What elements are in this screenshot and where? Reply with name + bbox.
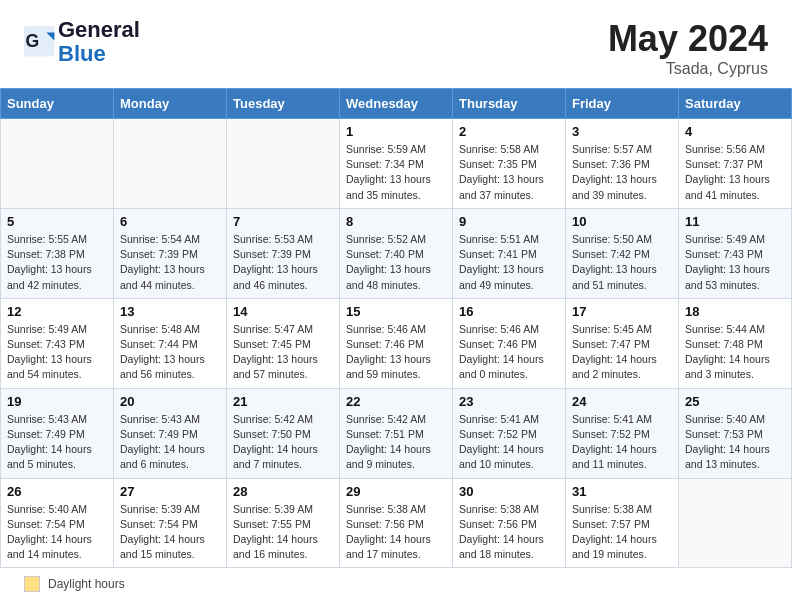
calendar-cell: 22Sunrise: 5:42 AMSunset: 7:51 PMDayligh… bbox=[340, 388, 453, 478]
logo: G GeneralBlue bbox=[24, 18, 140, 66]
calendar-cell bbox=[114, 119, 227, 209]
day-detail: Sunrise: 5:51 AMSunset: 7:41 PMDaylight:… bbox=[459, 232, 559, 293]
day-detail: Sunrise: 5:38 AMSunset: 7:57 PMDaylight:… bbox=[572, 502, 672, 563]
day-number: 12 bbox=[7, 304, 107, 319]
weekday-header: Saturday bbox=[679, 89, 792, 119]
day-number: 22 bbox=[346, 394, 446, 409]
calendar-table: SundayMondayTuesdayWednesdayThursdayFrid… bbox=[0, 88, 792, 568]
day-number: 8 bbox=[346, 214, 446, 229]
day-number: 23 bbox=[459, 394, 559, 409]
month-title: May 2024 bbox=[608, 18, 768, 60]
title-block: May 2024 Tsada, Cyprus bbox=[608, 18, 768, 78]
day-number: 27 bbox=[120, 484, 220, 499]
day-number: 15 bbox=[346, 304, 446, 319]
weekday-header: Wednesday bbox=[340, 89, 453, 119]
day-detail: Sunrise: 5:42 AMSunset: 7:50 PMDaylight:… bbox=[233, 412, 333, 473]
weekday-header: Tuesday bbox=[227, 89, 340, 119]
calendar-cell: 26Sunrise: 5:40 AMSunset: 7:54 PMDayligh… bbox=[1, 478, 114, 568]
calendar-cell: 13Sunrise: 5:48 AMSunset: 7:44 PMDayligh… bbox=[114, 298, 227, 388]
day-detail: Sunrise: 5:38 AMSunset: 7:56 PMDaylight:… bbox=[346, 502, 446, 563]
day-number: 30 bbox=[459, 484, 559, 499]
logo-text: GeneralBlue bbox=[58, 18, 140, 66]
day-number: 4 bbox=[685, 124, 785, 139]
calendar-cell: 5Sunrise: 5:55 AMSunset: 7:38 PMDaylight… bbox=[1, 208, 114, 298]
svg-text:G: G bbox=[26, 31, 40, 51]
day-number: 1 bbox=[346, 124, 446, 139]
weekday-header: Friday bbox=[566, 89, 679, 119]
calendar-cell: 3Sunrise: 5:57 AMSunset: 7:36 PMDaylight… bbox=[566, 119, 679, 209]
day-number: 21 bbox=[233, 394, 333, 409]
weekday-header: Sunday bbox=[1, 89, 114, 119]
calendar-cell: 12Sunrise: 5:49 AMSunset: 7:43 PMDayligh… bbox=[1, 298, 114, 388]
calendar-cell: 6Sunrise: 5:54 AMSunset: 7:39 PMDaylight… bbox=[114, 208, 227, 298]
day-detail: Sunrise: 5:56 AMSunset: 7:37 PMDaylight:… bbox=[685, 142, 785, 203]
page-header: G GeneralBlue May 2024 Tsada, Cyprus bbox=[0, 0, 792, 88]
calendar-cell: 31Sunrise: 5:38 AMSunset: 7:57 PMDayligh… bbox=[566, 478, 679, 568]
calendar-cell: 9Sunrise: 5:51 AMSunset: 7:41 PMDaylight… bbox=[453, 208, 566, 298]
day-number: 10 bbox=[572, 214, 672, 229]
calendar-cell: 18Sunrise: 5:44 AMSunset: 7:48 PMDayligh… bbox=[679, 298, 792, 388]
day-number: 28 bbox=[233, 484, 333, 499]
calendar-cell: 21Sunrise: 5:42 AMSunset: 7:50 PMDayligh… bbox=[227, 388, 340, 478]
day-number: 2 bbox=[459, 124, 559, 139]
calendar-cell: 25Sunrise: 5:40 AMSunset: 7:53 PMDayligh… bbox=[679, 388, 792, 478]
day-detail: Sunrise: 5:52 AMSunset: 7:40 PMDaylight:… bbox=[346, 232, 446, 293]
day-number: 3 bbox=[572, 124, 672, 139]
calendar-cell: 14Sunrise: 5:47 AMSunset: 7:45 PMDayligh… bbox=[227, 298, 340, 388]
day-detail: Sunrise: 5:49 AMSunset: 7:43 PMDaylight:… bbox=[7, 322, 107, 383]
calendar-cell: 29Sunrise: 5:38 AMSunset: 7:56 PMDayligh… bbox=[340, 478, 453, 568]
day-detail: Sunrise: 5:55 AMSunset: 7:38 PMDaylight:… bbox=[7, 232, 107, 293]
day-detail: Sunrise: 5:46 AMSunset: 7:46 PMDaylight:… bbox=[459, 322, 559, 383]
day-detail: Sunrise: 5:38 AMSunset: 7:56 PMDaylight:… bbox=[459, 502, 559, 563]
day-detail: Sunrise: 5:43 AMSunset: 7:49 PMDaylight:… bbox=[7, 412, 107, 473]
calendar-cell: 8Sunrise: 5:52 AMSunset: 7:40 PMDaylight… bbox=[340, 208, 453, 298]
day-number: 26 bbox=[7, 484, 107, 499]
weekday-header: Monday bbox=[114, 89, 227, 119]
day-number: 11 bbox=[685, 214, 785, 229]
day-number: 25 bbox=[685, 394, 785, 409]
day-number: 9 bbox=[459, 214, 559, 229]
legend: Daylight hours bbox=[0, 568, 792, 600]
day-number: 14 bbox=[233, 304, 333, 319]
day-number: 7 bbox=[233, 214, 333, 229]
day-detail: Sunrise: 5:39 AMSunset: 7:54 PMDaylight:… bbox=[120, 502, 220, 563]
calendar-cell: 30Sunrise: 5:38 AMSunset: 7:56 PMDayligh… bbox=[453, 478, 566, 568]
location: Tsada, Cyprus bbox=[608, 60, 768, 78]
day-detail: Sunrise: 5:41 AMSunset: 7:52 PMDaylight:… bbox=[459, 412, 559, 473]
day-detail: Sunrise: 5:45 AMSunset: 7:47 PMDaylight:… bbox=[572, 322, 672, 383]
day-detail: Sunrise: 5:48 AMSunset: 7:44 PMDaylight:… bbox=[120, 322, 220, 383]
day-number: 29 bbox=[346, 484, 446, 499]
calendar-cell: 20Sunrise: 5:43 AMSunset: 7:49 PMDayligh… bbox=[114, 388, 227, 478]
day-detail: Sunrise: 5:54 AMSunset: 7:39 PMDaylight:… bbox=[120, 232, 220, 293]
day-detail: Sunrise: 5:47 AMSunset: 7:45 PMDaylight:… bbox=[233, 322, 333, 383]
calendar-cell: 17Sunrise: 5:45 AMSunset: 7:47 PMDayligh… bbox=[566, 298, 679, 388]
day-detail: Sunrise: 5:43 AMSunset: 7:49 PMDaylight:… bbox=[120, 412, 220, 473]
calendar-cell: 2Sunrise: 5:58 AMSunset: 7:35 PMDaylight… bbox=[453, 119, 566, 209]
day-detail: Sunrise: 5:49 AMSunset: 7:43 PMDaylight:… bbox=[685, 232, 785, 293]
legend-label: Daylight hours bbox=[48, 577, 125, 591]
calendar-cell: 10Sunrise: 5:50 AMSunset: 7:42 PMDayligh… bbox=[566, 208, 679, 298]
day-number: 31 bbox=[572, 484, 672, 499]
calendar-cell: 15Sunrise: 5:46 AMSunset: 7:46 PMDayligh… bbox=[340, 298, 453, 388]
weekday-header: Thursday bbox=[453, 89, 566, 119]
day-number: 5 bbox=[7, 214, 107, 229]
day-detail: Sunrise: 5:41 AMSunset: 7:52 PMDaylight:… bbox=[572, 412, 672, 473]
calendar-cell bbox=[679, 478, 792, 568]
day-detail: Sunrise: 5:58 AMSunset: 7:35 PMDaylight:… bbox=[459, 142, 559, 203]
day-detail: Sunrise: 5:42 AMSunset: 7:51 PMDaylight:… bbox=[346, 412, 446, 473]
calendar-cell: 16Sunrise: 5:46 AMSunset: 7:46 PMDayligh… bbox=[453, 298, 566, 388]
calendar-cell: 1Sunrise: 5:59 AMSunset: 7:34 PMDaylight… bbox=[340, 119, 453, 209]
calendar-cell: 7Sunrise: 5:53 AMSunset: 7:39 PMDaylight… bbox=[227, 208, 340, 298]
day-detail: Sunrise: 5:50 AMSunset: 7:42 PMDaylight:… bbox=[572, 232, 672, 293]
day-number: 17 bbox=[572, 304, 672, 319]
calendar-cell bbox=[1, 119, 114, 209]
day-detail: Sunrise: 5:53 AMSunset: 7:39 PMDaylight:… bbox=[233, 232, 333, 293]
calendar-cell: 19Sunrise: 5:43 AMSunset: 7:49 PMDayligh… bbox=[1, 388, 114, 478]
calendar-cell bbox=[227, 119, 340, 209]
calendar-cell: 4Sunrise: 5:56 AMSunset: 7:37 PMDaylight… bbox=[679, 119, 792, 209]
calendar-cell: 28Sunrise: 5:39 AMSunset: 7:55 PMDayligh… bbox=[227, 478, 340, 568]
day-number: 6 bbox=[120, 214, 220, 229]
day-number: 16 bbox=[459, 304, 559, 319]
calendar-cell: 24Sunrise: 5:41 AMSunset: 7:52 PMDayligh… bbox=[566, 388, 679, 478]
calendar-cell: 23Sunrise: 5:41 AMSunset: 7:52 PMDayligh… bbox=[453, 388, 566, 478]
